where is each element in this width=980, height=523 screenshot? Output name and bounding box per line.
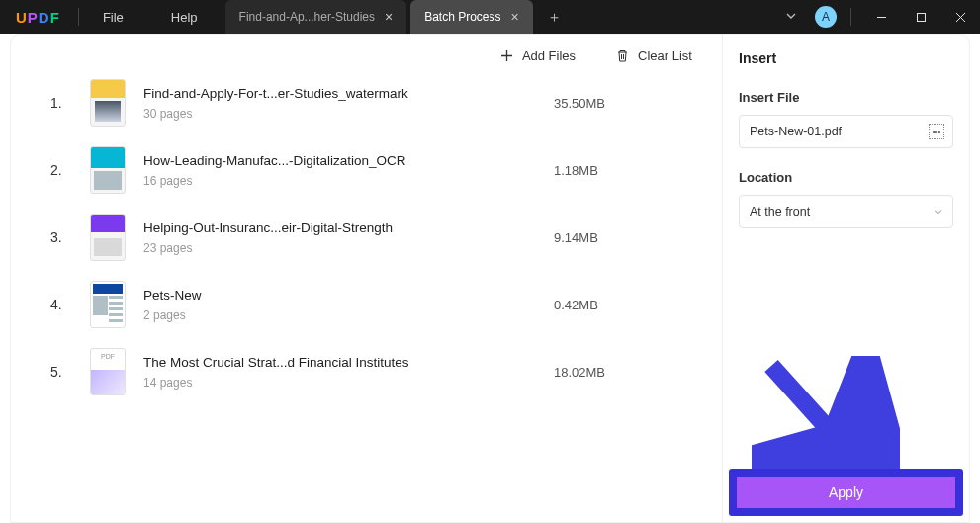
clear-list-button[interactable]: Clear List <box>615 48 692 63</box>
file-name: Find-and-Apply-For-t...er-Studies_waterm… <box>143 86 554 101</box>
location-label: Location <box>739 170 953 185</box>
app-logo: UPDF <box>16 9 60 26</box>
row-number: 3. <box>50 229 72 245</box>
file-row[interactable]: 3.Helping-Out-Insuranc...eir-Digital-Str… <box>11 204 722 271</box>
avatar[interactable]: A <box>815 6 837 28</box>
file-thumbnail <box>90 281 126 328</box>
close-icon[interactable]: × <box>385 9 393 25</box>
tab-label: Batch Process <box>424 10 500 24</box>
separator <box>850 8 851 26</box>
browse-icon[interactable]: ••• <box>929 124 944 139</box>
file-list-pane: Add Files Clear List 1.Find-and-Apply-Fo… <box>11 35 722 522</box>
location-select[interactable]: At the front <box>739 195 953 228</box>
insert-panel: Insert Insert File Pets-New-01.pdf ••• L… <box>722 35 969 522</box>
chevron-down-icon <box>935 208 942 216</box>
tab-batch-process[interactable]: Batch Process × <box>410 0 533 34</box>
add-files-label: Add Files <box>522 48 576 63</box>
file-pages: 16 pages <box>143 174 554 188</box>
file-name: Helping-Out-Insuranc...eir-Digital-Stren… <box>143 220 554 235</box>
file-list: 1.Find-and-Apply-For-t...er-Studies_wate… <box>11 69 722 522</box>
file-pages: 30 pages <box>143 107 554 121</box>
tab-label: Find-and-Ap...her-Studies <box>239 10 375 24</box>
file-thumbnail: PDF <box>90 348 126 395</box>
insert-file-label: Insert File <box>739 90 953 105</box>
file-row[interactable]: 5.PDFThe Most Crucial Strat...d Financia… <box>11 338 722 405</box>
row-number: 2. <box>50 162 72 178</box>
file-size: 0.42MB <box>554 298 722 312</box>
trash-icon <box>615 48 630 63</box>
row-number: 4. <box>50 297 72 312</box>
chevron-down-icon[interactable] <box>785 10 797 25</box>
location-value: At the front <box>750 205 810 218</box>
insert-file-input[interactable]: Pets-New-01.pdf ••• <box>739 115 953 148</box>
tab-bar: Find-and-Ap...her-Studies × Batch Proces… <box>225 0 562 34</box>
minimize-button[interactable] <box>861 0 901 34</box>
apply-highlight: Apply <box>729 469 963 516</box>
main-surface: Add Files Clear List 1.Find-and-Apply-Fo… <box>10 34 970 523</box>
menu-help[interactable]: Help <box>147 10 222 25</box>
file-size: 1.18MB <box>554 163 722 178</box>
titlebar: UPDF File Help Find-and-Ap...her-Studies… <box>0 0 980 34</box>
file-row[interactable]: 1.Find-and-Apply-For-t...er-Studies_wate… <box>11 69 722 136</box>
file-name: The Most Crucial Strat...d Financial Ins… <box>143 355 554 370</box>
file-row[interactable]: 2.How-Leading-Manufac...-Digitalization_… <box>11 136 722 204</box>
file-size: 9.14MB <box>554 230 722 245</box>
file-size: 35.50MB <box>554 96 722 111</box>
clear-list-label: Clear List <box>638 48 692 63</box>
file-name: Pets-New <box>143 288 554 303</box>
file-thumbnail <box>90 79 126 127</box>
panel-title: Insert <box>739 50 953 66</box>
menu-file[interactable]: File <box>79 10 147 25</box>
file-pages: 23 pages <box>143 241 554 255</box>
close-button[interactable] <box>940 0 980 34</box>
add-files-button[interactable]: Add Files <box>499 48 576 63</box>
close-icon[interactable]: × <box>511 9 519 25</box>
file-size: 18.02MB <box>554 365 722 380</box>
file-pages: 14 pages <box>143 376 554 390</box>
new-tab-button[interactable]: ＋ <box>547 8 562 27</box>
pdf-label: PDF <box>101 353 115 360</box>
file-name: How-Leading-Manufac...-Digitalization_OC… <box>143 153 554 168</box>
maximize-button[interactable] <box>901 0 940 34</box>
svg-line-1 <box>771 366 860 465</box>
file-pages: 2 pages <box>143 308 554 322</box>
toolbar: Add Files Clear List <box>11 35 722 69</box>
tab-document[interactable]: Find-and-Ap...her-Studies × <box>225 0 407 34</box>
apply-button[interactable]: Apply <box>737 477 955 508</box>
file-row[interactable]: 4.Pets-New2 pages0.42MB <box>11 271 722 338</box>
svg-rect-0 <box>917 13 925 21</box>
plus-icon <box>499 48 514 63</box>
insert-file-value: Pets-New-01.pdf <box>750 125 929 138</box>
file-thumbnail <box>90 214 126 261</box>
file-thumbnail <box>90 146 126 194</box>
row-number: 1. <box>50 95 72 111</box>
row-number: 5. <box>50 364 72 380</box>
